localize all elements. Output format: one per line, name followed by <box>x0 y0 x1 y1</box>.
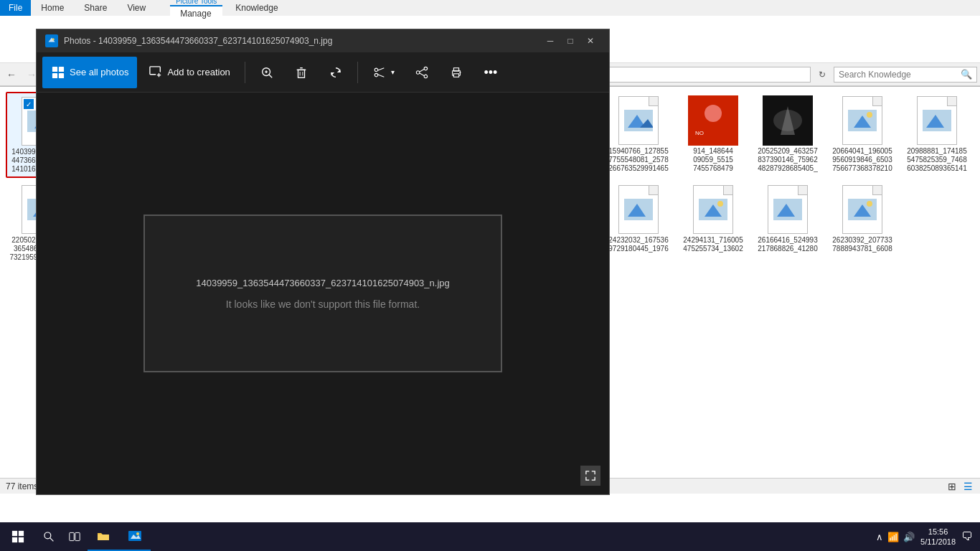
file-icon <box>837 184 887 235</box>
back-button[interactable]: ← <box>3 66 20 83</box>
ribbon-tab-picture-tools[interactable]: Manage <box>170 5 222 21</box>
list-item[interactable]: NO 914_14864409059_55157455768479 <box>677 92 749 178</box>
file-checkbox: ✓ <box>24 99 34 109</box>
svg-rect-81 <box>59 72 64 77</box>
taskbar-explorer-button[interactable] <box>88 522 119 551</box>
taskbar-clock[interactable]: 15:56 5/11/2018 <box>920 527 956 547</box>
list-item[interactable]: 26230392_2077337888943781_6608 <box>826 181 898 265</box>
list-item[interactable]: 15940766_1278557755548081_25782667635299… <box>603 92 674 178</box>
file-icon-doc <box>842 96 882 145</box>
delete-button[interactable] <box>286 57 317 88</box>
delete-icon <box>294 65 308 80</box>
refresh-button[interactable]: ↻ <box>814 66 831 83</box>
svg-rect-118 <box>98 534 109 540</box>
add-to-creation-label: Add to creation <box>167 67 230 77</box>
print-icon-svg <box>450 66 463 79</box>
dark-thumb-svg <box>763 95 813 146</box>
maximize-button[interactable]: □ <box>560 31 580 51</box>
svg-rect-112 <box>12 537 17 542</box>
svg-rect-79 <box>59 66 64 71</box>
add-to-creation-icon <box>149 65 163 80</box>
mountain-svg <box>848 110 877 131</box>
file-icon-doc <box>693 185 733 234</box>
file-name: 24232032_1675369729180445_1976 <box>608 236 668 253</box>
photos-grid-icon <box>52 66 65 79</box>
taskbar: ∧ 📶 🔊 15:56 5/11/2018 🗨 <box>0 522 980 551</box>
svg-line-100 <box>377 74 384 77</box>
photos-window: Photos - 14039959_1363544473660337_62371… <box>36 29 610 495</box>
volume-icon[interactable]: 🔊 <box>903 532 915 542</box>
svg-point-121 <box>136 532 139 535</box>
ribbon-tab-home[interactable]: Home <box>31 0 74 16</box>
list-item[interactable]: 20988881_1741855475825359_74686038250893… <box>901 92 973 178</box>
svg-rect-90 <box>298 70 304 77</box>
system-tray-icons: ∧ 📶 🔊 <box>876 532 915 542</box>
see-all-photos-label: See all photos <box>70 67 128 77</box>
start-button[interactable] <box>0 522 36 551</box>
svg-rect-107 <box>453 73 458 77</box>
item-count: 77 items <box>6 481 38 491</box>
svg-point-97 <box>374 68 378 72</box>
list-item[interactable]: 24232032_1675369729180445_1976 <box>603 181 674 265</box>
svg-line-105 <box>419 69 424 72</box>
large-icons-view-button[interactable]: ⊞ <box>946 480 958 493</box>
ribbon-file-tab[interactable]: File <box>0 0 31 16</box>
svg-point-114 <box>44 532 51 539</box>
unsupported-format-box: 14039959_1363544473660337_62371410162507… <box>143 215 502 372</box>
list-item[interactable]: 20664041_1960059560919846_65037566773683… <box>826 92 898 178</box>
print-button[interactable] <box>440 57 472 88</box>
list-item[interactable]: 20525209_463257837390146_759624828792868… <box>752 92 824 178</box>
taskbar-search-button[interactable] <box>36 522 62 551</box>
mountain-svg <box>848 199 877 220</box>
rotate-button[interactable] <box>320 57 352 88</box>
photos-title-text: Photos - 14039959_1363544473660337_62371… <box>64 36 540 46</box>
edit-icon <box>372 65 387 80</box>
add-to-creation-button[interactable]: Add to creation <box>140 57 238 88</box>
details-view-button[interactable]: ☰ <box>961 480 974 493</box>
svg-point-102 <box>424 75 428 78</box>
svg-rect-110 <box>12 531 17 536</box>
svg-rect-78 <box>52 66 57 71</box>
clock-date: 5/11/2018 <box>920 537 956 547</box>
see-all-photos-button[interactable]: See all photos <box>42 57 137 88</box>
see-all-photos-icon <box>51 65 65 80</box>
task-view-button[interactable] <box>62 522 88 551</box>
notification-icon[interactable]: 🗨 <box>961 530 973 543</box>
share-icon <box>415 65 429 80</box>
mountain-svg <box>699 199 727 220</box>
file-name: 914_14864409059_55157455768479 <box>693 147 733 173</box>
minimize-button[interactable]: ─ <box>540 31 560 51</box>
network-icon[interactable]: 📶 <box>887 532 899 542</box>
taskbar-right: ∧ 📶 🔊 15:56 5/11/2018 🗨 <box>876 527 980 547</box>
file-icon-doc <box>618 96 659 145</box>
taskbar-apps <box>88 522 151 551</box>
add-icon <box>149 66 162 79</box>
tray-icon-chevron[interactable]: ∧ <box>876 532 883 542</box>
file-name: 20988881_1741855475825359_74686038250893… <box>907 147 966 173</box>
file-icon <box>613 184 664 235</box>
scissors-icon-svg <box>373 66 386 79</box>
list-item[interactable]: 24294131_716005475255734_13602 <box>677 181 749 265</box>
trash-icon-svg <box>295 66 308 79</box>
status-bar-right: ⊞ ☰ <box>946 480 974 493</box>
photos-icon-svg <box>47 37 56 45</box>
file-icon <box>688 184 738 235</box>
close-button[interactable]: ✕ <box>580 31 600 51</box>
svg-rect-116 <box>70 532 74 540</box>
taskbar-photos-button[interactable] <box>119 522 151 551</box>
file-name: 20525209_463257837390146_759624828792868… <box>758 147 817 173</box>
ribbon-tab-share[interactable]: Share <box>74 0 117 16</box>
magnify-icon-svg <box>260 66 273 79</box>
edit-button[interactable]: ▾ <box>364 57 403 88</box>
svg-line-104 <box>419 72 424 75</box>
ribbon-tab-knowledge[interactable]: Knowledge <box>225 0 288 16</box>
zoom-button[interactable] <box>251 57 283 88</box>
svg-line-99 <box>377 67 384 70</box>
ribbon-tab-view[interactable]: View <box>117 0 156 16</box>
expand-button[interactable] <box>580 466 600 486</box>
search-input[interactable] <box>839 70 958 80</box>
share-button[interactable] <box>406 57 438 88</box>
file-icon <box>613 95 664 146</box>
list-item[interactable]: 26166416_524993217868826_41280 <box>752 181 824 265</box>
more-button[interactable]: ••• <box>475 57 507 88</box>
